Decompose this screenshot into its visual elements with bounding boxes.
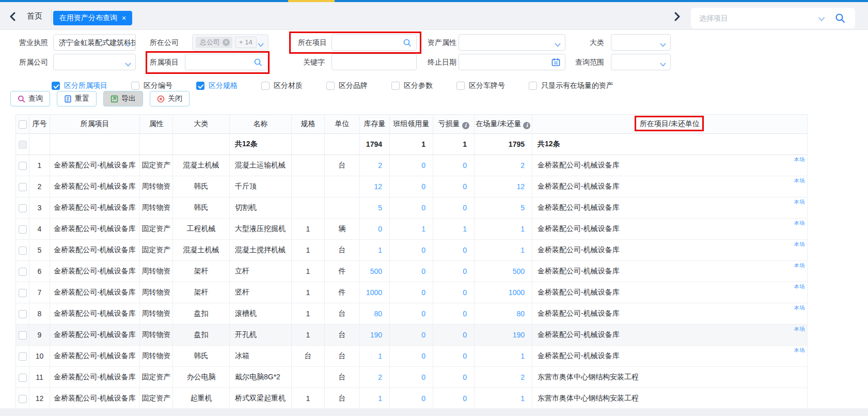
cell-loss[interactable]: 1: [433, 219, 475, 240]
cell-stock[interactable]: 1: [360, 388, 390, 409]
cell-loss[interactable]: 0: [433, 325, 475, 346]
table-row[interactable]: 2金桥装配公司-机械设备库周转物资韩氏千斤顶120012金桥装配公司-机械设备库…: [16, 176, 808, 197]
row-checkbox[interactable]: [19, 374, 27, 382]
cell-loss[interactable]: 0: [433, 303, 475, 325]
cell-onsite[interactable]: 500: [475, 261, 532, 282]
cell-stock[interactable]: 2: [360, 155, 390, 176]
cell-onsite[interactable]: 2: [475, 367, 532, 388]
current-company-multiselect[interactable]: 总公司× + 14: [192, 34, 269, 51]
checkbox-icon[interactable]: [131, 82, 139, 90]
row-checkbox[interactable]: [19, 352, 27, 361]
cell-team_used[interactable]: 0: [390, 325, 433, 346]
checkbox-icon[interactable]: [529, 82, 537, 90]
filter-option[interactable]: 区分车牌号: [456, 81, 505, 90]
cell-onsite[interactable]: 190: [475, 325, 532, 346]
cell-loss[interactable]: 0: [433, 346, 475, 367]
cell-onsite[interactable]: 12: [475, 176, 532, 197]
tag-remove-icon[interactable]: ×: [223, 39, 230, 46]
query-button[interactable]: 查询: [10, 91, 50, 106]
forward-chevron-icon[interactable]: [671, 11, 682, 22]
cell-loss[interactable]: 0: [433, 367, 475, 388]
filter-option[interactable]: 区分品牌: [326, 81, 368, 90]
cell-loss[interactable]: 0: [433, 388, 475, 409]
asset-attribute-select[interactable]: [459, 34, 565, 51]
filter-option[interactable]: 区分规格: [196, 81, 238, 90]
cell-onsite[interactable]: 1: [475, 388, 532, 409]
project-search-input[interactable]: 选择项目: [691, 8, 855, 28]
row-checkbox[interactable]: [19, 310, 27, 318]
checkbox-icon[interactable]: [391, 82, 400, 90]
cell-onsite[interactable]: 5: [475, 197, 532, 219]
keyword-input[interactable]: [332, 54, 417, 70]
table-row[interactable]: 11金桥装配公司-机械设备库固定资产办公电脑戴尔电脑8G*2台2002东营市奥体…: [16, 367, 808, 388]
row-checkbox[interactable]: [19, 204, 27, 212]
cell-stock[interactable]: 1000: [360, 282, 390, 303]
filter-option[interactable]: 只显示有在场量的资产: [529, 81, 613, 90]
cell-loss[interactable]: 0: [433, 176, 475, 197]
checkbox-icon[interactable]: [326, 82, 335, 90]
cell-team_used[interactable]: 0: [390, 388, 433, 409]
onsite-link[interactable]: 本场: [794, 220, 804, 227]
cell-team_used[interactable]: 0: [390, 282, 433, 303]
checkbox-checked-icon[interactable]: [196, 82, 204, 90]
tab-home[interactable]: 首页: [27, 2, 42, 30]
query-scope-select[interactable]: [611, 54, 671, 70]
cell-onsite[interactable]: 1000: [475, 282, 532, 303]
cell-team_used[interactable]: 0: [390, 240, 433, 261]
cell-team_used[interactable]: 0: [390, 176, 433, 197]
tab-active-asset-query[interactable]: 在用资产分布查询 ×: [53, 11, 132, 25]
row-checkbox[interactable]: [19, 162, 27, 170]
owner-project-search-input[interactable]: [185, 54, 267, 70]
checkbox-checked-icon[interactable]: [52, 82, 60, 90]
end-date-input[interactable]: [459, 54, 565, 70]
cell-onsite[interactable]: 1: [475, 240, 532, 261]
cell-team_used[interactable]: 0: [390, 367, 433, 388]
search-icon[interactable]: [834, 12, 846, 26]
reset-button[interactable]: 重置: [57, 91, 97, 106]
cell-stock[interactable]: 1: [360, 240, 390, 261]
onsite-link[interactable]: 本场: [794, 304, 804, 312]
cell-team_used[interactable]: 0: [390, 155, 433, 176]
onsite-link[interactable]: 本场: [794, 177, 804, 184]
search-icon[interactable]: [403, 38, 412, 49]
export-button[interactable]: 导出: [103, 91, 143, 106]
business-license-select[interactable]: 济宁金虹装配式建筑科技: [53, 34, 136, 51]
cell-team_used[interactable]: 0: [390, 261, 433, 282]
table-row[interactable]: 12金桥装配公司-机械设备库固定资产起重机桥式双梁起重机1台1001东营市奥体中…: [16, 388, 808, 409]
cell-team_used[interactable]: 0: [390, 197, 433, 219]
cell-stock[interactable]: 0: [360, 219, 390, 240]
cell-loss[interactable]: 0: [433, 240, 475, 261]
table-row[interactable]: 8金桥装配公司-机械设备库周转物资盘扣滚槽机1台800080金桥装配公司-机械设…: [16, 303, 808, 325]
cell-loss[interactable]: 0: [433, 282, 475, 303]
onsite-link[interactable]: 本场: [794, 262, 804, 269]
cell-loss[interactable]: 0: [433, 261, 475, 282]
category-select[interactable]: [611, 34, 671, 51]
back-chevron-icon[interactable]: [8, 11, 19, 22]
table-row[interactable]: 9金桥装配公司-机械设备库周转物资盘扣开孔机1台19000190金桥装配公司-机…: [16, 325, 808, 346]
row-checkbox[interactable]: [19, 331, 27, 340]
close-button[interactable]: 关闭: [150, 91, 190, 106]
select-all-checkbox[interactable]: [19, 120, 27, 129]
cell-stock[interactable]: 80: [360, 303, 390, 325]
cell-stock[interactable]: 2: [360, 367, 390, 388]
cell-team_used[interactable]: 0: [390, 346, 433, 367]
onsite-link[interactable]: 本场: [794, 156, 804, 163]
row-checkbox[interactable]: [19, 183, 27, 191]
tab-close-icon[interactable]: ×: [122, 14, 126, 22]
onsite-link[interactable]: 本场: [794, 326, 804, 333]
table-row[interactable]: 7金桥装配公司-机械设备库周转物资架杆竖杆1件1000001000金桥装配公司-…: [16, 282, 808, 303]
table-row[interactable]: 5金桥装配公司-机械设备库固定资产混凝土机械混凝土搅拌机械1台1001金桥装配公…: [16, 240, 808, 261]
company-more-tag[interactable]: + 14: [235, 37, 257, 48]
calendar-icon[interactable]: [551, 58, 560, 69]
cell-onsite[interactable]: 1: [475, 346, 532, 367]
cell-loss[interactable]: 0: [433, 197, 475, 219]
cell-team_used[interactable]: 0: [390, 303, 433, 325]
info-icon[interactable]: i: [462, 122, 469, 129]
row-checkbox[interactable]: [19, 289, 27, 297]
cell-stock[interactable]: 1: [360, 346, 390, 367]
row-checkbox[interactable]: [19, 268, 27, 276]
cell-stock[interactable]: 190: [360, 325, 390, 346]
info-icon[interactable]: i: [523, 122, 530, 129]
table-row[interactable]: 10金桥装配公司-机械设备库周转物资韩氏冰箱台台1001金桥装配公司-机械设备库…: [16, 346, 808, 367]
cell-stock[interactable]: 12: [360, 176, 390, 197]
